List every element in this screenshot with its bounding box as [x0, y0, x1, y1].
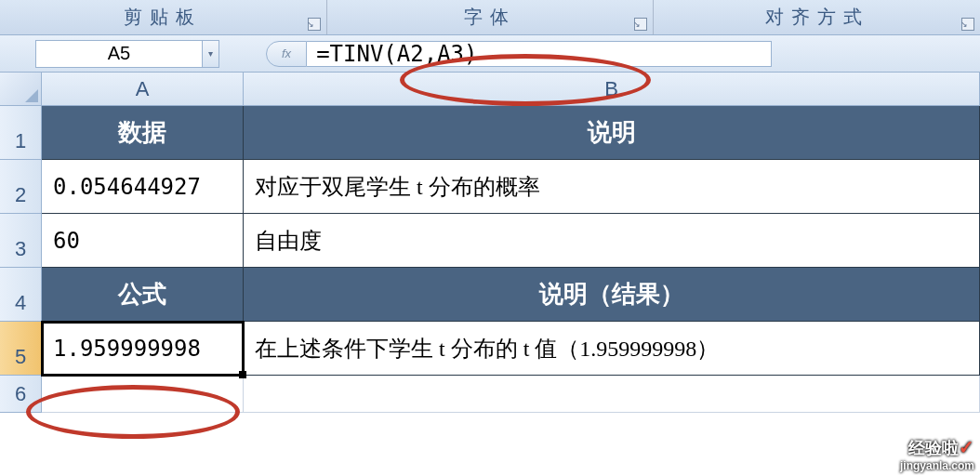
formula-buttons: fx [266, 41, 307, 67]
table-row: 1.959999998 在上述条件下学生 t 分布的 t 值（1.9599999… [42, 322, 980, 376]
cell-value: 0.054644927 [53, 174, 201, 200]
cell-value: 在上述条件下学生 t 分布的 t 值（1.959999998） [255, 334, 719, 364]
row-header-3[interactable]: 3 [0, 214, 42, 268]
table-row: 公式 说明（结果） [42, 268, 980, 322]
row-header-6[interactable]: 6 [0, 376, 42, 413]
cell-B2[interactable]: 对应于双尾学生 t 分布的概率 [244, 160, 980, 214]
cell-reference: A5 [108, 43, 130, 64]
row-label: 4 [15, 291, 26, 315]
ribbon-group-clipboard[interactable]: 剪贴板 [0, 0, 327, 34]
cell-value: 60 [53, 228, 80, 254]
table-row: 数据 说明 [42, 106, 980, 160]
cell-A1[interactable]: 数据 [42, 106, 244, 160]
row-header-5[interactable]: 5 [0, 322, 42, 376]
dialog-launcher-icon[interactable] [961, 18, 974, 31]
ribbon-group-label: 字体 [464, 5, 516, 30]
cell-A4[interactable]: 公式 [42, 268, 244, 322]
cell-B4[interactable]: 说明（结果） [244, 268, 980, 322]
name-box[interactable]: A5 [35, 40, 203, 68]
cell-A5[interactable]: 1.959999998 [42, 322, 244, 376]
column-headers: A B [0, 73, 980, 106]
ribbon-group-font[interactable]: 字体 [327, 0, 655, 34]
cell-value: 说明（结果） [539, 278, 684, 311]
select-all-corner[interactable] [0, 73, 42, 106]
table-row: 60 自由度 [42, 214, 980, 268]
name-box-dropdown-icon[interactable] [203, 40, 219, 68]
table-row: 0.054644927 对应于双尾学生 t 分布的概率 [42, 160, 980, 214]
row-headers: 1 2 3 4 5 6 [0, 106, 42, 413]
cell-value: 公式 [118, 278, 166, 311]
watermark-url: jingyanla.com [900, 459, 974, 472]
dialog-launcher-icon[interactable] [634, 18, 647, 31]
cell-B5[interactable]: 在上述条件下学生 t 分布的 t 值（1.959999998） [244, 322, 980, 376]
row-header-1[interactable]: 1 [0, 106, 42, 160]
cell-A2[interactable]: 0.054644927 [42, 160, 244, 214]
col-label: A [136, 77, 150, 101]
cell-B3[interactable]: 自由度 [244, 214, 980, 268]
formula-bar: A5 fx =TINV(A2,A3) [0, 35, 980, 73]
ribbon-group-label: 对齐方式 [765, 5, 869, 30]
column-header-B[interactable]: B [244, 73, 980, 106]
cell-B6[interactable] [244, 376, 980, 413]
table-row [42, 376, 980, 413]
grid-body: 数据 说明 0.054644927 对应于双尾学生 t 分布的概率 60 自由度… [42, 106, 980, 413]
sheet-area: 1 2 3 4 5 6 数据 说明 0.054644927 对应于双尾学生 t … [0, 106, 980, 413]
ribbon-group-label: 剪贴板 [124, 5, 202, 30]
col-label: B [604, 77, 618, 101]
row-label: 5 [15, 345, 26, 369]
row-header-4[interactable]: 4 [0, 268, 42, 322]
row-label: 2 [15, 183, 26, 207]
watermark-brand: 经验啦 [908, 439, 959, 457]
formula-area: fx =TINV(A2,A3) [266, 41, 772, 67]
row-label: 1 [15, 129, 26, 153]
ribbon-groups-row: 剪贴板 字体 对齐方式 [0, 0, 980, 35]
dialog-launcher-icon[interactable] [308, 18, 321, 31]
cell-value: 数据 [118, 116, 166, 149]
check-icon: ✓ [959, 437, 974, 457]
fx-button-icon[interactable]: fx [282, 46, 291, 60]
cell-value: 1.959999998 [53, 336, 201, 362]
formula-text: =TINV(A2,A3) [316, 41, 477, 67]
cell-value: 自由度 [255, 226, 322, 256]
cell-B1[interactable]: 说明 [244, 106, 980, 160]
row-label: 6 [15, 382, 26, 406]
formula-input[interactable]: =TINV(A2,A3) [307, 41, 772, 67]
cell-value: 说明 [588, 116, 636, 149]
ribbon-group-alignment[interactable]: 对齐方式 [654, 0, 980, 34]
column-header-A[interactable]: A [42, 73, 244, 106]
cell-A3[interactable]: 60 [42, 214, 244, 268]
cell-A6[interactable] [42, 376, 244, 413]
watermark: 经验啦✓ jingyanla.com [900, 436, 974, 472]
row-label: 3 [15, 237, 26, 261]
cell-value: 对应于双尾学生 t 分布的概率 [255, 172, 540, 202]
row-header-2[interactable]: 2 [0, 160, 42, 214]
